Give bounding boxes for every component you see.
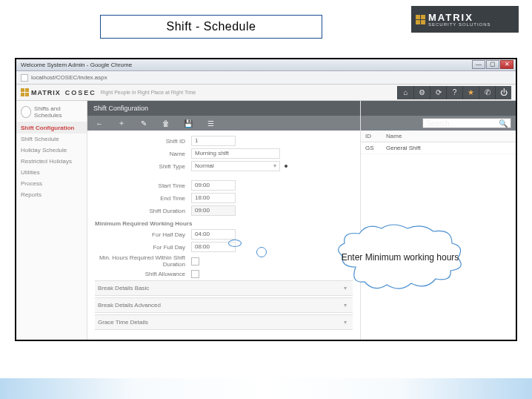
min-within-checkbox[interactable] [191,257,199,266]
brand-sub: SECURITY SOLUTIONS [428,22,491,27]
toolbar-save-icon[interactable]: 💾 [184,119,193,128]
sidebar-item-holiday-schedule[interactable]: Holiday Schedule [16,145,87,156]
shift-allowance-label: Shift Allowance [95,271,191,277]
list-item[interactable]: GS General Shift [361,142,516,154]
start-time-input[interactable]: 09:00 [191,180,236,191]
app-product: COSEC [65,89,96,96]
browser-window: Welcome System Admin - Google Chrome — ▢… [15,58,517,341]
toolbar-edit-icon[interactable]: ✎ [139,119,148,128]
callout-marker-1 [228,240,242,247]
app-brand-logo: MATRIX [21,88,61,96]
address-bar[interactable]: localhost/COSEC/index.aspx [16,71,516,85]
sidebar-item-process[interactable]: Process [16,178,87,189]
sidebar-item-shift-config[interactable]: Shift Configuration [16,122,87,133]
list-header: ID Name [361,131,516,142]
module-icon [21,106,31,118]
name-input[interactable]: Morning shift [191,148,280,159]
star-icon[interactable]: ★ [462,86,479,99]
shift-duration-label: Shift Duration [95,208,191,214]
search-icon: 🔍 [499,119,508,128]
callout-marker-2 [256,247,267,257]
end-time-label: End Time [95,195,191,202]
home-icon[interactable]: ⌂ [397,86,413,99]
window-max-button[interactable]: ▢ [486,60,499,69]
toolbar-list-icon[interactable]: ☰ [206,119,215,128]
gear-icon[interactable]: ⚙ [413,86,430,99]
shift-type-select[interactable]: Normal [191,161,280,171]
window-titlebar: Welcome System Admin - Google Chrome — ▢… [16,59,516,71]
app-header: MATRIX COSEC Right People in Right Place… [16,85,516,101]
sidebar-item-utilities[interactable]: Utilities [16,167,87,178]
end-time-input[interactable]: 18:00 [191,193,236,203]
shift-id-label: Shift ID [95,138,191,145]
accordion-break-advanced[interactable]: Break Details Advanced [95,297,353,313]
half-day-label: For Half Day [95,231,191,238]
shift-id-input[interactable]: 1 [191,136,236,146]
half-day-input[interactable]: 04:00 [191,229,236,240]
accordion-grace-time[interactable]: Grace Time Details [95,314,353,330]
slide-title: Shift - Schedule [100,15,322,39]
callout-text: Enter Minimum working hours [342,252,459,264]
full-day-label: For Full Day [95,244,191,251]
form-header: Shift Configuration [87,101,360,116]
sidebar: Shifts and Schedules Shift Configuration… [16,101,87,340]
name-label: Name [95,151,191,157]
window-close-button[interactable]: ✕ [500,60,513,69]
url-text: localhost/COSEC/index.aspx [31,74,107,81]
brand-name: MATRIX [428,13,491,22]
marker-dot-icon [285,165,287,168]
toolbar-back-icon[interactable]: ← [95,119,104,128]
search-input[interactable]: Search 🔍 [422,118,511,128]
power-icon[interactable]: ⏻ [495,86,511,99]
footer-gradient [0,378,532,399]
start-time-label: Start Time [95,182,191,189]
min-within-label: Min. Hours Required Within Shift Duratio… [95,254,191,268]
sidebar-item-reports[interactable]: Reports [16,189,87,200]
shift-duration-output: 09:00 [191,205,236,216]
shift-type-label: Shift Type [95,163,191,170]
toolbar-delete-icon[interactable]: 🗑 [162,119,170,128]
window-title: Welcome System Admin - Google Chrome [21,62,132,68]
accordion-break-basic[interactable]: Break Details Basic [95,280,353,296]
sidebar-item-shift-schedule[interactable]: Shift Schedule [16,133,87,145]
shift-allowance-checkbox[interactable] [191,270,199,278]
window-min-button[interactable]: — [472,60,485,69]
phone-icon[interactable]: ✆ [479,86,495,99]
sidebar-module[interactable]: Shifts and Schedules [16,101,87,122]
form-toolbar: ← ＋ ✎ 🗑 💾 ☰ [87,116,360,131]
refresh-icon[interactable]: ⟳ [430,86,446,99]
brand-logo-top: MATRIXSECURITY SOLUTIONS [411,6,519,33]
section-min-hours: Minimum Required Working Hours [95,220,353,227]
toolbar-add-icon[interactable]: ＋ [117,118,126,128]
help-icon[interactable]: ? [446,86,462,99]
callout-cloud: Enter Minimum working hours [333,222,467,293]
app-tagline: Right People in Right Place at Right Tim… [101,90,196,95]
sidebar-item-restricted-holidays[interactable]: Restricted Holidays [16,156,87,167]
page-icon [21,74,28,82]
